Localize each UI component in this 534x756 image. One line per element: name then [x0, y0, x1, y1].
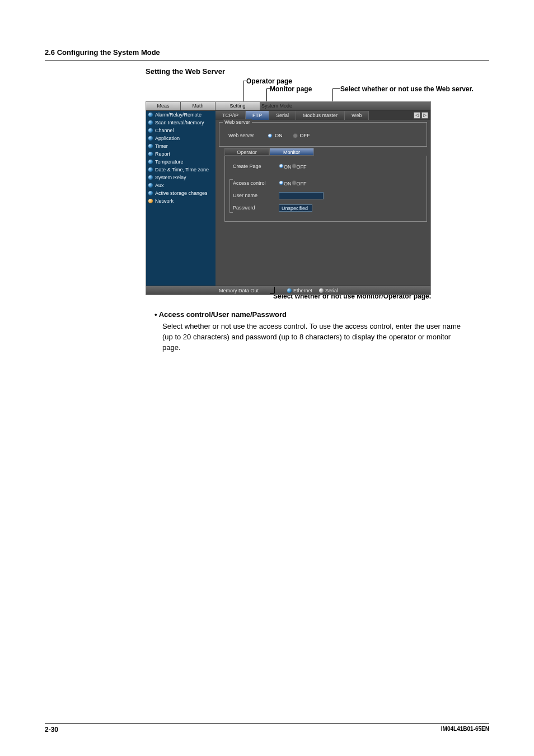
footer-ethernet: Ethernet — [293, 288, 312, 293]
bullet-body: Select whether or not use the access con… — [162, 321, 468, 353]
radio-icon — [268, 133, 273, 138]
leader-line — [274, 287, 275, 293]
network-tabs: TCP/IP FTP Serial Modbus master Web ◁ ▷ — [216, 111, 430, 120]
sidebar: Alarm/Relay/Remote Scan Interval/Memory … — [146, 111, 216, 286]
tab-tcpip[interactable]: TCP/IP — [216, 111, 246, 120]
bullet-icon — [148, 128, 153, 133]
scroll-right-icon[interactable]: ▷ — [421, 112, 428, 119]
footer-serial: Serial — [325, 288, 338, 293]
sidebar-item-label: Network — [155, 198, 174, 204]
tab-ftp[interactable]: FTP — [246, 111, 269, 120]
sidebar-item[interactable]: Timer — [146, 142, 216, 150]
annotation-operator-page: Operator page — [246, 77, 292, 85]
bullet-icon — [148, 152, 153, 156]
sidebar-item[interactable]: Temperature — [146, 158, 216, 166]
subtab-monitor[interactable]: Monitor — [269, 148, 314, 156]
status-bar: Memory Data Out Ethernet Serial — [146, 286, 430, 295]
page-number: 2-30 — [45, 726, 58, 734]
bullet-icon — [148, 199, 153, 203]
sidebar-item[interactable]: Report — [146, 150, 216, 158]
bullet-icon — [148, 136, 153, 141]
username-field[interactable] — [279, 192, 324, 199]
sidebar-item-label: Report — [155, 151, 170, 157]
sidebar-item[interactable]: Alarm/Relay/Remote — [146, 111, 216, 119]
figure-title: Setting the Web Server — [146, 67, 489, 76]
radio-icon — [292, 180, 297, 185]
row-label-createpage: Create Page — [225, 164, 279, 169]
settings-panel: Web server Web server ON OFF Operator Mo… — [216, 120, 430, 286]
page-footer: 2-30 IM04L41B01-65EN — [45, 723, 489, 734]
bullet-icon — [148, 175, 153, 180]
radio-icon — [292, 164, 297, 169]
sidebar-item[interactable]: Scan Interval/Memory — [146, 119, 216, 127]
sidebar-item-label: Date & Time, Time zone — [155, 167, 209, 172]
tab-setting[interactable]: Setting — [216, 102, 260, 110]
sidebar-item[interactable]: Aux — [146, 181, 216, 189]
bullet-icon — [148, 160, 153, 164]
top-toolbar: Meas Math Setting System Mode — [146, 102, 430, 111]
sidebar-item-label: Channel — [155, 128, 174, 133]
subtab-row: Operator Monitor — [224, 148, 314, 156]
sidebar-item-label: Alarm/Relay/Remote — [155, 112, 202, 118]
radio-webserver-off[interactable]: OFF — [293, 133, 310, 138]
screenshot-window: Meas Math Setting System Mode Alarm/Rela… — [146, 101, 431, 295]
row-label-access: Access control — [225, 180, 279, 186]
radio-createpage-off[interactable]: OFF — [292, 164, 307, 170]
sidebar-item[interactable]: System Relay — [146, 174, 216, 181]
radio-access-off[interactable]: OFF — [292, 180, 307, 186]
radio-access-on[interactable]: ON — [279, 180, 292, 186]
tab-meas[interactable]: Meas — [146, 102, 181, 110]
radio-icon — [293, 133, 298, 138]
tab-math[interactable]: Math — [181, 102, 216, 110]
sidebar-item-label: Application — [155, 136, 180, 141]
footer-memory-out: Memory Data Out — [219, 288, 259, 293]
row-label-webserver: Web server — [219, 133, 268, 138]
mode-label: System Mode — [261, 102, 292, 110]
row-label-password: Password — [225, 205, 279, 211]
ethernet-icon — [287, 288, 292, 293]
group-page-settings: Create Page ON OFF Access control ON OFF… — [224, 156, 427, 222]
sidebar-item-label: Scan Interval/Memory — [155, 120, 204, 125]
bullet-icon — [148, 191, 153, 195]
sidebar-item-label: System Relay — [155, 175, 186, 180]
sidebar-item-label: Temperature — [155, 159, 184, 165]
group-label: Web server — [223, 119, 252, 125]
sidebar-item[interactable]: Application — [146, 134, 216, 142]
sidebar-item-label: Aux — [155, 183, 164, 188]
radio-icon — [279, 180, 284, 185]
bullet-icon — [148, 183, 153, 188]
password-field[interactable]: Unspecified — [279, 204, 312, 212]
sidebar-item-label: Active storage changes — [155, 190, 208, 196]
document-id: IM04L41B01-65EN — [441, 726, 489, 734]
radio-webserver-on[interactable]: ON — [268, 133, 283, 138]
bullet-heading: Access control/User name/Password — [154, 310, 468, 320]
group-webserver: Web server Web server ON OFF — [219, 122, 427, 147]
sidebar-item-network[interactable]: Network — [146, 197, 216, 205]
section-header: 2.6 Configuring the System Mode — [45, 48, 489, 60]
leader-line — [270, 293, 274, 294]
leader-line — [332, 88, 340, 89]
bullet-icon — [148, 167, 153, 172]
serial-icon — [319, 288, 324, 293]
sidebar-item[interactable]: Channel — [146, 127, 216, 134]
tab-modbus[interactable]: Modbus master — [296, 111, 345, 120]
sidebar-item[interactable]: Active storage changes — [146, 189, 216, 197]
sidebar-item[interactable]: Date & Time, Time zone — [146, 166, 216, 174]
sidebar-item-label: Timer — [155, 143, 168, 149]
row-label-username: User name — [225, 193, 279, 198]
bullet-icon — [148, 120, 153, 125]
radio-icon — [279, 164, 284, 169]
bullet-icon — [148, 144, 153, 148]
annotation-select-webserver: Select whether or not use the Web server… — [340, 85, 474, 93]
tab-web[interactable]: Web — [345, 111, 369, 120]
scroll-left-icon[interactable]: ◁ — [414, 112, 420, 119]
radio-createpage-on[interactable]: ON — [279, 164, 292, 170]
tab-serial[interactable]: Serial — [269, 111, 296, 120]
annotation-monitor-page: Monitor page — [270, 85, 312, 93]
subtab-operator[interactable]: Operator — [224, 148, 269, 156]
bullet-icon — [148, 113, 153, 117]
